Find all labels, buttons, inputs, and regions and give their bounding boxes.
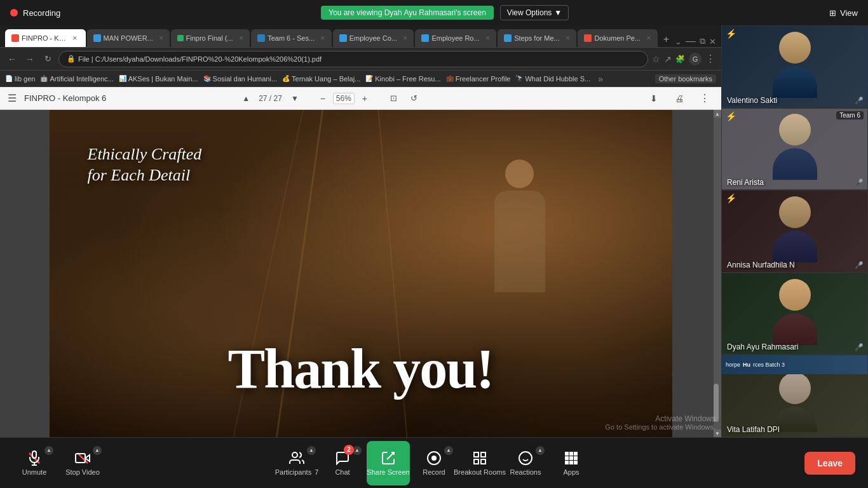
chevron-down-icon: ▼ [554,8,562,17]
tab-overflow-button[interactable]: ⌄ [675,37,682,46]
chat-label: Chat [335,468,349,476]
tab-close-icon[interactable]: ✕ [484,34,492,43]
bookmark-freelancer[interactable]: 💼 Freelancer Profile [446,75,511,83]
bookmark-libgen[interactable]: 📄 lib gen [5,75,35,83]
video-caret[interactable]: ▲ [93,446,102,455]
recording-label: Recording [23,8,60,18]
pdf-page-info: 27 / 27 [256,94,285,103]
recording-icon: ⚡ [726,193,736,203]
share-screen-button[interactable]: Share Screen [367,441,410,485]
browser-tab-2[interactable]: MAN POWER... ✕ [87,29,170,47]
pdf-print-button[interactable]: 🖨 [670,90,688,107]
minimize-button[interactable]: — [686,36,696,47]
tab-close-icon[interactable]: ✕ [564,34,573,43]
pdf-nav-controls: ▲ 27 / 27 ▼ [238,91,302,106]
scroll-up-button[interactable]: ▲ [714,110,721,118]
tab-close-icon[interactable]: ✕ [318,34,327,43]
leave-button[interactable]: Leave [804,452,855,475]
apps-button[interactable]: Apps [550,441,593,485]
chat-button[interactable]: ▲ 2 Chat [321,441,364,485]
pdf-menu-icon[interactable]: ☰ [8,92,17,104]
view-options-button[interactable]: View Options ▼ [500,5,569,20]
slide-subtitle: Ethically Crafted for Each Detail [88,144,202,187]
back-button[interactable]: ← [5,54,19,64]
forward-button[interactable]: → [23,54,37,64]
svg-rect-21 [570,457,573,459]
svg-rect-12 [474,459,478,464]
tab-close-icon[interactable]: ✕ [644,34,653,43]
browser-tab-8[interactable]: Dokumen Pe... ✕ [578,29,657,47]
browser-tab-5[interactable]: Employee Co... ✕ [333,29,414,47]
view-label: View [840,8,858,18]
address-text: File | C:/Users/dyaha/Downloads/FINPRO%2… [78,55,322,63]
scroll-thumb[interactable] [714,384,719,422]
unmute-button[interactable]: ▲ Unmute [13,441,56,485]
other-bookmarks[interactable]: Other bookmarks [655,74,716,83]
pdf-next-page-button[interactable]: ▼ [287,91,302,106]
scroll-down-button[interactable]: ▼ [714,430,721,437]
browser-tab-3[interactable]: Finpro Final (... ✕ [171,29,250,47]
extensions-icon[interactable]: 🧩 [675,55,685,64]
person-avatar [770,196,820,266]
chrome-menu-icon[interactable]: ⋮ [705,53,716,65]
participants-button[interactable]: ▲ Participants 7 [275,441,318,485]
svg-rect-18 [570,452,573,455]
tab-close-icon[interactable]: ✕ [237,34,246,43]
participant-video [722,109,867,190]
bookmark-kinobi[interactable]: 📝 Kinobi – Free Resu... [365,75,440,83]
view-icon: ⊞ [829,8,836,18]
profile-icon[interactable]: G [689,53,702,65]
new-tab-button[interactable]: + [659,32,674,47]
pdf-scrollbar[interactable]: ▲ ▼ [714,110,721,437]
meeting-toolbar: ▲ Unmute ▲ Sto [0,437,868,488]
bookmark-akses[interactable]: 📊 AKSes | Bukan Main... [119,75,198,83]
restore-button[interactable]: ⧉ [700,36,705,46]
bookmarks-overflow-button[interactable]: » [598,74,603,84]
bookmark-sosial[interactable]: 📚 Sosial dan Humani... [203,75,278,83]
tab-close-icon[interactable]: ✕ [401,34,410,43]
svg-rect-20 [566,457,568,459]
participant-tile-dyah: Dyah Ayu Rahmasari 🎤 [721,273,868,355]
breakout-rooms-button[interactable]: Breakout Rooms [458,441,501,485]
record-caret[interactable]: ▲ [444,446,453,455]
participant-video [722,273,867,355]
tab-label: Steps for Me... [514,34,560,42]
close-browser-button[interactable]: ✕ [709,37,716,46]
pdf-download-button[interactable]: ⬇ [645,90,663,107]
chat-caret[interactable]: ▲ [353,446,362,455]
browser-tab-6[interactable]: Employee Ro... ✕ [415,29,496,47]
reactions-button[interactable]: ▲ Reactions [504,441,547,485]
participant-tile-vita: horpe Hu rces Batch 3 Vita Latifah DPI [721,355,868,437]
pdf-rotate-button[interactable]: ↺ [405,90,423,107]
address-input[interactable]: 🔒 File | C:/Users/dyaha/Downloads/FINPRO… [58,51,648,67]
slide-subtitle-line2: for Each Detail [88,165,202,186]
bookmark-star-icon[interactable]: ☆ [652,54,660,64]
svg-line-7 [387,452,394,459]
unmute-caret[interactable]: ▲ [44,446,53,455]
browser-tab-4[interactable]: Team 6 - Ses... ✕ [251,29,332,47]
pdf-fit-page-button[interactable]: ⊡ [385,90,403,107]
stop-video-button[interactable]: ▲ Stop Video [61,441,104,485]
participants-caret[interactable]: ▲ [307,446,316,455]
reactions-caret[interactable]: ▲ [536,446,545,455]
bookmark-hubble[interactable]: 🔭 What Did Hubble S... [515,75,590,83]
browser-tab-active[interactable]: FINPRO - Ke... ✕ [5,29,86,47]
pdf-zoom-out-button[interactable]: − [315,91,330,106]
record-button[interactable]: ▲ Record [412,441,456,485]
tab-label: Dokumen Pe... [594,34,641,42]
pdf-more-button[interactable]: ⋮ [696,90,714,107]
tab-close-icon[interactable]: ✕ [157,34,166,43]
browser-tab-7[interactable]: Steps for Me... ✕ [498,29,576,47]
share-url-icon[interactable]: ↗ [664,54,672,64]
tab-close-icon[interactable]: ✕ [71,34,79,43]
bookmark-ai[interactable]: 🤖 Artificial Intelligenc... [40,75,113,83]
svg-rect-23 [566,461,568,464]
recording-icon: ⚡ [726,111,736,121]
participant-video: horpe Hu rces Batch 3 [722,355,867,437]
person-avatar [773,372,817,432]
pdf-prev-page-button[interactable]: ▲ [238,91,254,106]
pdf-zoom-in-button[interactable]: + [357,91,372,106]
refresh-button[interactable]: ↻ [41,54,55,64]
apps-icon [564,451,579,466]
bookmark-ternak[interactable]: 💰 Ternak Uang – Belaj... [282,75,360,83]
